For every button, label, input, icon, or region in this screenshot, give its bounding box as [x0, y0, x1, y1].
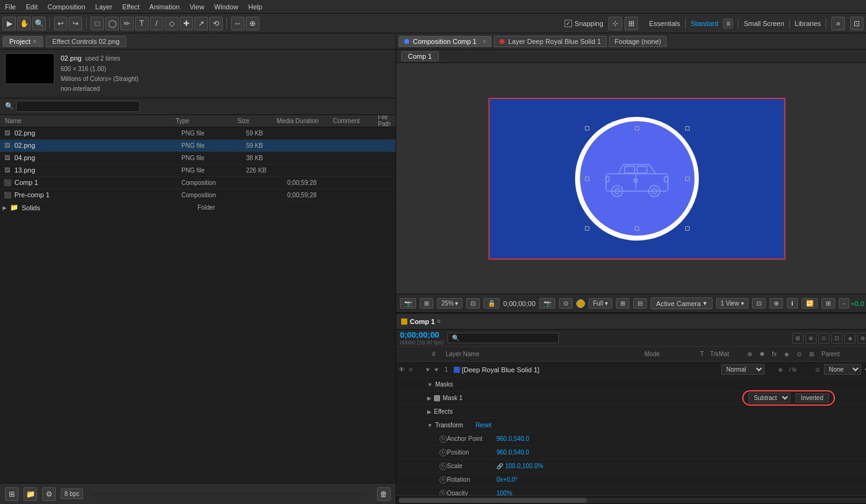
- select-tool[interactable]: ▶: [2, 17, 16, 30]
- scrollbar-thumb[interactable]: [399, 498, 587, 503]
- transform-section-header[interactable]: ▼ Transform Reset: [396, 419, 866, 432]
- ws-more[interactable]: »: [831, 17, 845, 30]
- comp-tab-menu[interactable]: ≡: [483, 38, 486, 45]
- opacity-prop-icon[interactable]: ↻: [439, 490, 447, 496]
- settings-btn[interactable]: ⚙: [42, 487, 56, 501]
- rect-tool[interactable]: □: [90, 17, 104, 30]
- color-swatch[interactable]: [576, 299, 585, 308]
- viewer-minus[interactable]: -: [839, 298, 849, 309]
- view-layout-btn[interactable]: 1 View ▾: [716, 298, 748, 309]
- ws-libraries[interactable]: Libraries: [795, 20, 821, 27]
- viewer-lock-btn[interactable]: 🔒: [483, 298, 500, 309]
- col-name[interactable]: Name: [2, 117, 164, 124]
- tab-comp1[interactable]: Composition Comp 1 ≡: [399, 36, 491, 47]
- ws-standard[interactable]: Standard: [691, 20, 719, 27]
- scale-prop-icon[interactable]: ↻: [439, 463, 447, 470]
- col-duration[interactable]: Media Duration: [274, 117, 331, 124]
- viewer-snapshot[interactable]: 📷: [539, 298, 555, 309]
- tab-project[interactable]: Project ≡: [2, 36, 43, 47]
- pos-prop-icon[interactable]: ↻: [439, 449, 447, 456]
- viewer-info-btn[interactable]: ℹ: [787, 298, 798, 309]
- line-tool[interactable]: /: [150, 17, 163, 30]
- layer-1-fx-slash[interactable]: / fx: [787, 367, 799, 373]
- arrow-tool[interactable]: ↗: [194, 17, 208, 30]
- viewer-grid-icon[interactable]: ⊞: [420, 298, 433, 309]
- rot-prop-icon[interactable]: ↻: [439, 476, 447, 484]
- tab-layer-solid[interactable]: Layer Deep Royal Blue Solid 1: [494, 36, 607, 47]
- col-path[interactable]: File Path: [375, 115, 393, 128]
- menu-edit[interactable]: Edit: [26, 3, 38, 11]
- snap-options[interactable]: ⊞: [625, 17, 638, 30]
- mask-inverted-btn[interactable]: Inverted: [795, 393, 829, 403]
- zoom-tool[interactable]: 🔍: [32, 17, 46, 30]
- layer-1-anchor[interactable]: ⊕: [774, 367, 787, 373]
- resolution-dropdown[interactable]: Full ▾: [589, 298, 612, 309]
- align-tool[interactable]: ↔: [231, 17, 245, 30]
- effects-section-header[interactable]: ▶ Effects: [396, 405, 866, 419]
- menu-effect[interactable]: Effect: [122, 3, 139, 11]
- tab-project-menu[interactable]: ≡: [33, 38, 36, 45]
- tab-footage[interactable]: Footage (none): [609, 36, 667, 47]
- snapping-checkbox[interactable]: ✓: [565, 20, 572, 27]
- layer-1-parent[interactable]: None: [824, 364, 861, 375]
- pos-value[interactable]: 960.0,540.0: [496, 449, 529, 456]
- anchor-value[interactable]: 960.0,540.0: [496, 435, 529, 442]
- tl-btn-5[interactable]: ◈: [844, 333, 855, 344]
- undo-btn[interactable]: ↩: [54, 17, 67, 30]
- timeline-search[interactable]: [448, 333, 559, 343]
- ws-maximize[interactable]: ⊡: [850, 17, 864, 30]
- snapping-icon[interactable]: ⊹: [608, 17, 622, 30]
- tl-btn-3[interactable]: ⊙: [818, 333, 829, 344]
- hand-tool[interactable]: ✋: [17, 17, 31, 30]
- timeline-scrollbar[interactable]: [396, 495, 866, 504]
- opacity-value[interactable]: 100%: [496, 490, 513, 495]
- layer-1-solo[interactable]: ⊙: [406, 365, 415, 374]
- viewer-fit-btn[interactable]: ⊡: [466, 298, 480, 309]
- timeline-time[interactable]: 0;00;00;00: [400, 330, 444, 340]
- menu-help[interactable]: Help: [248, 3, 262, 11]
- redo-btn[interactable]: ↪: [69, 17, 82, 30]
- ellipse-tool[interactable]: ◯: [105, 17, 119, 30]
- shape-tool[interactable]: ◇: [165, 17, 178, 30]
- pen-tool[interactable]: ✏: [120, 17, 134, 30]
- new-comp-btn[interactable]: ⊞: [5, 487, 19, 501]
- viewer-3d-btn[interactable]: ⊕: [769, 298, 783, 309]
- list-item[interactable]: 🖼 02.png PNG file 59 KB H:\02\⊘: [0, 140, 396, 152]
- menu-window[interactable]: Window: [214, 3, 238, 11]
- tl-btn-1[interactable]: ⊞: [792, 333, 803, 344]
- trash-btn[interactable]: 🗑: [377, 487, 391, 501]
- tl-btn-6[interactable]: ⊗: [857, 333, 866, 344]
- rot-value[interactable]: 0x+0.0°: [496, 476, 517, 483]
- layer-1-expand2[interactable]: ▼: [432, 367, 441, 373]
- tab-effect-controls[interactable]: Effect Controls 02.png: [46, 36, 127, 47]
- folder-btn[interactable]: 📁: [24, 487, 37, 501]
- menu-animation[interactable]: Animation: [149, 3, 180, 11]
- mask-1-arrow[interactable]: ▶: [427, 395, 431, 401]
- viewer-render-btn[interactable]: ⊡: [752, 298, 766, 309]
- menu-composition[interactable]: Composition: [48, 3, 85, 11]
- anchor-tool[interactable]: ⊕: [246, 17, 259, 30]
- list-item[interactable]: 🖼 13.png PNG file 226 KB H:\13\⊘: [0, 164, 396, 177]
- ws-small-screen[interactable]: Small Screen: [743, 20, 784, 27]
- active-camera-dropdown[interactable]: Active Camera ▾: [651, 297, 712, 309]
- rotate-tool[interactable]: ⟲: [209, 17, 223, 30]
- tl-btn-4[interactable]: ⊡: [831, 333, 842, 344]
- list-item[interactable]: ⬛ Comp 1 Composition 0;00;59;28: [0, 177, 396, 189]
- anchor-prop-icon[interactable]: ↻: [439, 435, 447, 443]
- comp1-sub-tab[interactable]: Comp 1: [401, 51, 439, 61]
- masks-section-header[interactable]: ▼ Masks: [396, 378, 866, 391]
- mask-mode-select[interactable]: Subtract: [748, 393, 790, 403]
- list-item-folder[interactable]: ▶ 📁 Solids Folder: [0, 202, 396, 214]
- col-size[interactable]: Size: [235, 117, 274, 124]
- scale-value[interactable]: 100.0,100.0%: [505, 463, 543, 469]
- viewer-zoom-select[interactable]: 25% ▾: [437, 298, 462, 309]
- viewer-prv-btn[interactable]: 🔁: [802, 298, 818, 309]
- layer-1-parent-icon[interactable]: ⊙: [812, 367, 824, 373]
- layer-1-mode[interactable]: Normal: [721, 364, 764, 375]
- layer-1-vis[interactable]: 👁: [397, 365, 406, 374]
- menu-view[interactable]: View: [189, 3, 204, 11]
- viewer-ch-btn[interactable]: ⊞: [821, 298, 835, 309]
- ws-essentials[interactable]: Essentials: [649, 20, 680, 27]
- viewer-cam-icon[interactable]: 📷: [400, 298, 416, 309]
- menu-layer[interactable]: Layer: [95, 3, 113, 11]
